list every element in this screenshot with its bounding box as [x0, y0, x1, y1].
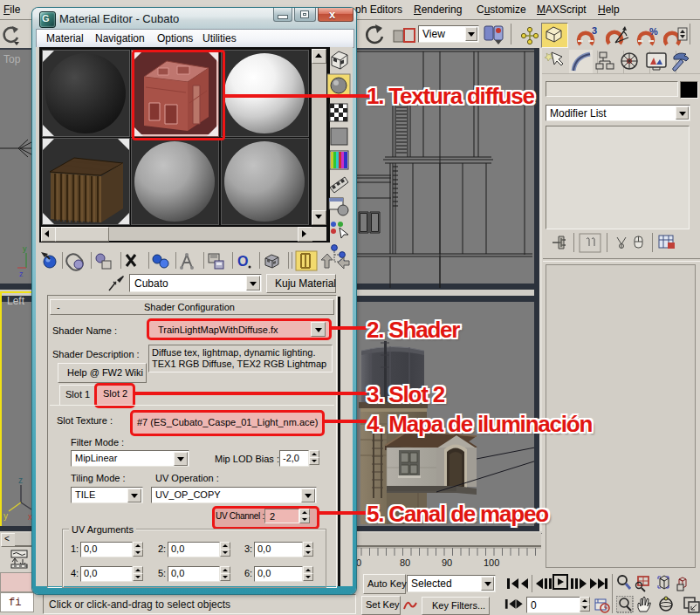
svg-text:100: 100 [484, 557, 499, 568]
svg-text:O: O [237, 254, 248, 269]
svg-text:z: z [18, 475, 23, 485]
svg-text:y: y [23, 244, 27, 253]
svg-text:y: y [3, 511, 8, 521]
svg-text:90: 90 [442, 557, 452, 568]
svg-text:0: 0 [356, 557, 361, 568]
svg-text:z: z [19, 270, 24, 278]
svg-text:%: % [649, 26, 658, 37]
svg-text:3: 3 [592, 25, 597, 36]
svg-text:80: 80 [400, 557, 410, 568]
